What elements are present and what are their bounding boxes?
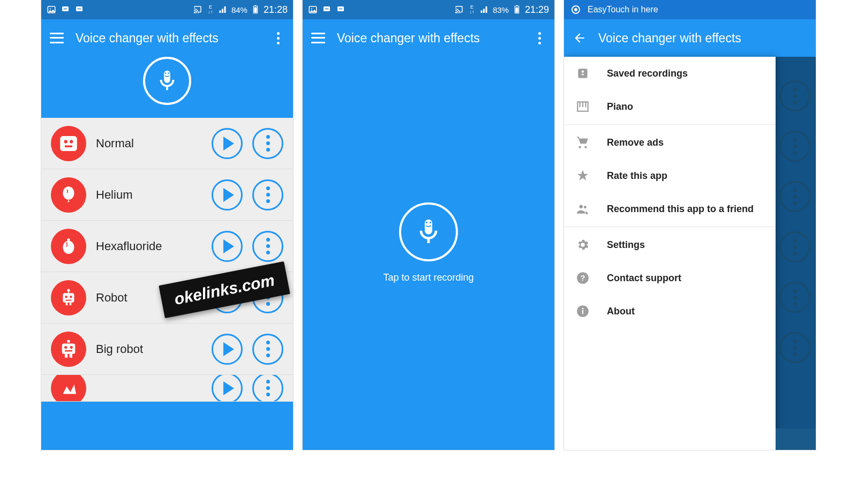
svg-point-50 (430, 221, 431, 223)
svg-text:?: ? (581, 274, 585, 282)
effect-options-button[interactable] (252, 334, 283, 365)
background-list (779, 80, 810, 363)
svg-rect-47 (515, 7, 518, 13)
drawer-label: Rate this app (607, 170, 667, 182)
star-icon (576, 169, 590, 183)
battery-percent: 83% (493, 5, 509, 14)
play-button[interactable] (212, 375, 243, 402)
drawer-item-remove-ads[interactable]: Remove ads (564, 126, 776, 159)
play-button[interactable] (212, 334, 243, 365)
back-button[interactable] (573, 31, 587, 45)
hamburger-icon[interactable] (311, 31, 325, 45)
effect-options-button[interactable] (252, 128, 283, 159)
effect-options-button[interactable] (252, 282, 283, 313)
svg-point-57 (580, 205, 583, 208)
drawer-item-saved[interactable]: Saved recordings (564, 57, 776, 90)
svg-rect-55 (582, 102, 583, 107)
battery-icon (251, 5, 260, 14)
svg-point-13 (165, 72, 167, 74)
record-button[interactable] (399, 202, 458, 261)
svg-point-27 (70, 295, 72, 298)
svg-rect-30 (65, 353, 67, 357)
overflow-menu-button[interactable] (533, 30, 546, 47)
record-area[interactable]: Tap to start recording (303, 57, 554, 428)
svg-point-7 (78, 9, 79, 10)
mic-header (41, 57, 293, 118)
svg-rect-23 (66, 302, 68, 305)
svg-point-58 (584, 206, 587, 208)
effect-row: Robot (41, 272, 293, 324)
svg-point-39 (325, 9, 326, 10)
clock: 21:28 (264, 4, 288, 16)
play-button[interactable] (212, 128, 243, 159)
svg-point-1 (50, 8, 51, 9)
cart-icon (576, 136, 590, 149)
effect-row: Big robot (41, 324, 293, 375)
app-title: Voice changer with effects (76, 31, 272, 46)
mic-icon (155, 69, 179, 93)
overflow-menu-button[interactable] (272, 30, 284, 47)
drawer-label: Remove ads (607, 137, 664, 148)
svg-point-40 (326, 9, 327, 10)
play-button[interactable] (212, 179, 243, 210)
drawer-label: Recommend this app to a friend (607, 204, 754, 215)
drawer-item-about[interactable]: About (564, 295, 776, 328)
gallery-icon (47, 5, 56, 14)
drawer-item-piano[interactable]: Piano (564, 90, 776, 123)
data-icon: E↓↑ (206, 5, 215, 14)
effect-options-button[interactable] (252, 375, 283, 402)
effect-icon-normal (51, 126, 86, 161)
phone-screen-2: E↓↑ 83% 21:29 Voice changer with effects… (303, 0, 554, 450)
cast-icon (193, 5, 202, 14)
mic-dot-icon (576, 66, 590, 80)
svg-rect-22 (63, 293, 74, 303)
app-title: Voice changer with effects (337, 31, 533, 46)
effect-icon-robot (51, 280, 86, 315)
effect-icon-big-robot (51, 332, 86, 367)
effect-options-button[interactable] (252, 179, 283, 210)
svg-rect-35 (65, 350, 72, 351)
battery-percent: 84% (231, 5, 247, 14)
app-bar: Voice changer with effects (564, 19, 816, 57)
play-button[interactable] (212, 282, 243, 313)
svg-point-8 (79, 9, 80, 10)
easytouch-label: EasyTouch in here (588, 5, 658, 14)
svg-rect-12 (254, 5, 256, 6)
bbm-icon (74, 5, 84, 14)
svg-point-43 (339, 9, 340, 10)
drawer-item-settings[interactable]: Settings (564, 228, 776, 261)
record-button[interactable] (143, 57, 191, 105)
effect-options-button[interactable] (252, 231, 283, 262)
effect-icon-helium (51, 177, 86, 213)
target-icon (572, 5, 580, 14)
svg-point-20 (63, 240, 74, 254)
signal-icon (480, 5, 490, 14)
svg-rect-18 (65, 145, 72, 147)
svg-point-52 (582, 71, 584, 73)
data-icon: E↓↑ (467, 5, 477, 14)
piano-icon (576, 100, 590, 114)
play-button[interactable] (212, 231, 243, 262)
play-icon (223, 137, 234, 151)
svg-point-37 (311, 8, 312, 9)
svg-point-49 (426, 221, 427, 223)
app-bar: Voice changer with effects (41, 19, 293, 57)
help-icon: ? (576, 271, 590, 285)
drawer-item-rate[interactable]: Rate this app (564, 159, 776, 192)
drawer-item-support[interactable]: ? Contact support (564, 261, 776, 295)
svg-point-33 (64, 345, 67, 348)
app-title: Voice changer with effects (598, 31, 807, 46)
battery-icon (512, 5, 522, 14)
svg-point-45 (341, 9, 342, 10)
svg-rect-56 (585, 102, 586, 107)
svg-rect-29 (62, 343, 76, 353)
drawer-label: Piano (607, 101, 633, 112)
svg-rect-51 (578, 69, 587, 78)
drawer-label: Settings (607, 239, 645, 251)
drawer-label: Contact support (607, 273, 681, 284)
phone-screen-1: E↓↑ 84% 21:28 Voice changer with effects… (41, 0, 293, 450)
effects-list: Normal Helium Hexafluoride Robot (41, 118, 293, 402)
svg-point-63 (582, 308, 584, 310)
drawer-item-recommend[interactable]: Recommend this app to a friend (564, 192, 776, 225)
hamburger-icon[interactable] (50, 31, 64, 45)
